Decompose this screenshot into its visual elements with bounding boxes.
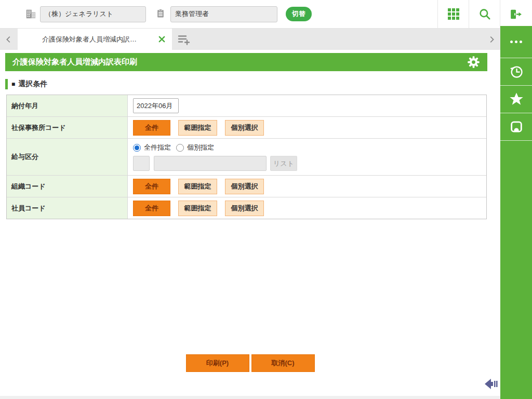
collapse-arrow-icon [484,378,499,390]
right-sidebar [500,26,532,399]
condition-table: 納付年月 社保事務所コード 全件 範囲指定 個別選択 給与区分 全件指定 [6,95,487,219]
office-code-all-button[interactable]: 全件 [133,120,170,136]
row-office-code: 社保事務所コード 全件 範囲指定 個別選択 [7,116,486,138]
salary-class-name-input [154,156,267,171]
app-header: 切替 [0,0,532,29]
search-icon [478,7,491,21]
clipboard-icon [155,8,167,20]
row-salary-class: 給与区分 全件指定 個別指定 リスト [7,138,486,175]
salary-class-individual-label: 個別指定 [187,143,214,152]
salary-class-list-button: リスト [270,156,297,171]
building-icon [25,8,36,20]
sidebar-menu-button[interactable] [500,26,532,58]
row-payment-month: 納付年月 [7,95,486,116]
sidebar-history-button[interactable] [500,58,532,86]
gear-icon [467,56,480,69]
row-label: 納付年月 [7,95,128,116]
sidebar-memo-button[interactable] [500,113,532,141]
office-code-range-button[interactable]: 範囲指定 [178,120,217,136]
add-tab-button[interactable] [172,29,196,50]
bottom-strip [0,396,500,399]
employee-code-individual-button[interactable]: 個別選択 [225,201,264,216]
page-title: 介護保険対象者人員増減内訳表印刷 [12,57,467,67]
salary-class-code-input [133,156,150,171]
action-buttons: 印刷(P) 取消(C) [0,354,500,372]
section-header: ■ 選択条件 [5,79,47,89]
tab-title: 介護保険対象者人員増減内訳… [24,35,155,44]
apps-menu-button[interactable] [437,0,469,28]
logout-button[interactable] [500,0,531,28]
header-actions [437,0,531,28]
star-icon [509,91,524,107]
employee-code-all-button[interactable]: 全件 [133,201,170,216]
company-input[interactable] [40,6,146,22]
main-content: 介護保険対象者人員増減内訳表印刷 ■ 選択条件 納付年月 [0,50,500,396]
row-org-code: 組織コード 全件 範囲指定 個別選択 [7,175,486,197]
tab-active[interactable]: 介護保険対象者人員増減内訳… [18,29,172,50]
cancel-button[interactable]: 取消(C) [251,354,315,372]
search-button[interactable] [469,0,500,28]
logout-icon [509,8,523,21]
salary-class-all-radio[interactable] [133,144,141,152]
close-icon[interactable] [158,35,166,43]
salary-class-all-label: 全件指定 [144,143,171,152]
row-label: 組織コード [7,176,128,197]
org-code-all-button[interactable]: 全件 [133,179,170,194]
grid-icon [448,8,459,20]
office-code-individual-button[interactable]: 個別選択 [225,120,264,136]
row-label: 社保事務所コード [7,117,128,138]
section-accent-bar [5,79,8,89]
section-marker: ■ [11,81,15,88]
history-icon [509,64,524,79]
tray-icon [509,119,524,134]
section-title: 選択条件 [18,79,47,89]
sidebar-favorites-button[interactable] [500,86,532,113]
collapse-panel-button[interactable] [484,378,499,392]
payment-month-input[interactable] [133,98,179,113]
print-button[interactable]: 印刷(P) [186,354,249,372]
add-tab-icon [177,34,191,45]
page-title-bar: 介護保険対象者人員増減内訳表印刷 [5,53,487,71]
role-input[interactable] [170,6,277,22]
tab-scroll-right-button[interactable] [483,29,500,50]
settings-button[interactable] [467,56,480,69]
switch-button[interactable]: 切替 [286,7,312,21]
tab-bar: 介護保険対象者人員増減内訳… [0,29,500,50]
row-employee-code: 社員コード 全件 範囲指定 個別選択 [7,197,486,219]
row-label: 給与区分 [7,139,128,175]
chevron-left-icon [4,35,14,44]
org-code-individual-button[interactable]: 個別選択 [225,179,264,194]
salary-class-individual-radio[interactable] [176,144,184,152]
tab-scroll-left-button[interactable] [0,29,18,50]
row-label: 社員コード [7,197,128,219]
ellipsis-icon [510,41,522,43]
employee-code-range-button[interactable]: 範囲指定 [178,201,217,216]
chevron-right-icon [487,35,496,44]
org-code-range-button[interactable]: 範囲指定 [178,179,217,194]
